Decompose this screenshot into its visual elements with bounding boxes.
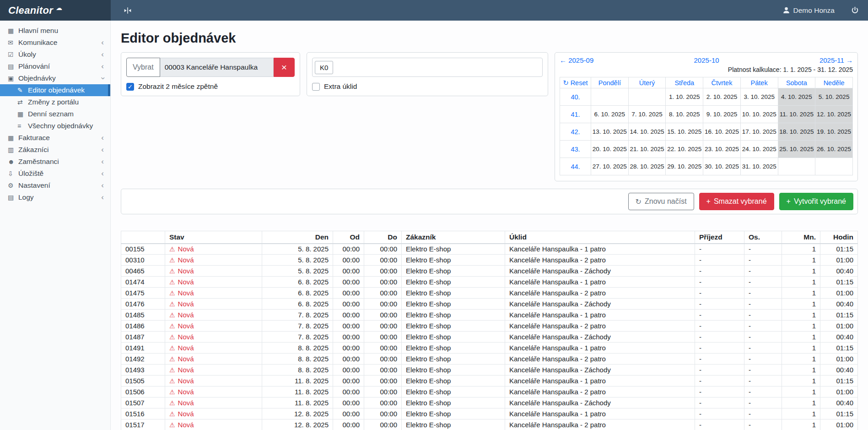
order-row[interactable]: 01517⚠Nová12. 8. 202500:0000:00Elektro E… bbox=[121, 419, 858, 430]
calendar-day-header[interactable]: Úterý bbox=[628, 77, 666, 88]
sidebar-collapse-button[interactable] bbox=[124, 6, 132, 15]
sidebar-item-denni-seznam[interactable]: ▦Denní seznam bbox=[0, 108, 110, 120]
sidebar-item-hlavni-menu[interactable]: ▦Hlavní menu bbox=[0, 25, 110, 37]
delete-selected-button[interactable]: +Smazat vybrané bbox=[699, 193, 774, 210]
orders-header-od[interactable]: Od bbox=[333, 231, 364, 244]
calendar-day-cell[interactable]: 19. 10. 2025 bbox=[815, 123, 853, 141]
order-row[interactable]: 01475⚠Nová6. 8. 202500:0000:00Elektro E-… bbox=[121, 288, 858, 299]
orders-header-hodin[interactable]: Hodin bbox=[820, 231, 858, 244]
vybrat-button[interactable]: Vybrat bbox=[126, 58, 160, 77]
sidebar-item-fakturace[interactable]: ▦Fakturace‹ bbox=[0, 132, 110, 144]
calendar-day-cell[interactable]: 4. 10. 2025 bbox=[778, 88, 815, 106]
calendar-day-cell[interactable]: 21. 10. 2025 bbox=[628, 141, 666, 158]
calendar-day-cell[interactable]: 27. 10. 2025 bbox=[591, 158, 629, 175]
calendar-day-cell[interactable]: 15. 10. 2025 bbox=[666, 123, 703, 141]
week-number-link[interactable]: 44. bbox=[560, 158, 591, 175]
calendar-day-header[interactable]: Pondělí bbox=[591, 77, 629, 88]
sidebar-item-zamestnanci[interactable]: ☻Zaměstnanci‹ bbox=[0, 156, 110, 168]
order-row[interactable]: 01493⚠Nová8. 8. 202500:0000:00Elektro E-… bbox=[121, 365, 858, 376]
order-row[interactable]: 01474⚠Nová6. 8. 202500:0000:00Elektro E-… bbox=[121, 277, 858, 288]
orders-header-stav[interactable]: Stav bbox=[165, 231, 262, 244]
calendar-day-cell[interactable]: 18. 10. 2025 bbox=[778, 123, 815, 141]
order-row[interactable]: 00310⚠Nová5. 8. 202500:0000:00Elektro E-… bbox=[121, 255, 858, 266]
create-selected-button[interactable]: +Vytvořit vybrané bbox=[779, 193, 853, 210]
calendar-day-cell[interactable]: 5. 10. 2025 bbox=[815, 88, 853, 106]
order-row[interactable]: 01491⚠Nová8. 8. 202500:0000:00Elektro E-… bbox=[121, 343, 858, 354]
calendar-day-cell[interactable]: 17. 10. 2025 bbox=[740, 123, 778, 141]
order-row[interactable]: 01476⚠Nová6. 8. 202500:0000:00Elektro E-… bbox=[121, 299, 858, 310]
logout-button[interactable] bbox=[851, 6, 859, 14]
calendar-day-header[interactable]: Čtvrtek bbox=[703, 77, 741, 88]
calendar-day-cell[interactable]: 1. 10. 2025 bbox=[666, 88, 703, 106]
calendar-day-cell[interactable]: 30. 10. 2025 bbox=[703, 158, 741, 175]
calendar-day-cell[interactable]: 24. 10. 2025 bbox=[740, 141, 778, 158]
sidebar-item-uloziste[interactable]: ⇩Úložiště‹ bbox=[0, 168, 110, 180]
calendar-day-cell[interactable]: 10. 10. 2025 bbox=[740, 106, 778, 123]
calendar-day-cell[interactable]: 11. 10. 2025 bbox=[778, 106, 815, 123]
order-row[interactable]: 01505⚠Nová11. 8. 202500:0000:00Elektro E… bbox=[121, 376, 858, 386]
sidebar-item-editor-objednavek[interactable]: ✎Editor objednávek bbox=[0, 84, 110, 96]
sidebar-item-objednavky[interactable]: ▣Objednávky‹ bbox=[0, 72, 110, 84]
orders-header-id[interactable] bbox=[121, 231, 165, 244]
sidebar-item-zmeny-z-portalu[interactable]: ⇄Změny z portálu bbox=[0, 96, 110, 108]
calendar-day-cell[interactable]: 13. 10. 2025 bbox=[591, 123, 629, 141]
order-row[interactable]: 01492⚠Nová8. 8. 202500:0000:00Elektro E-… bbox=[121, 354, 858, 365]
calendar-prev-month-link[interactable]: ← 2025-09 bbox=[560, 56, 593, 65]
sidebar-item-komunikace[interactable]: ✉Komunikace‹ bbox=[0, 37, 110, 49]
order-row[interactable]: 01506⚠Nová11. 8. 202500:0000:00Elektro E… bbox=[121, 386, 858, 397]
user-menu[interactable]: Demo Honza bbox=[782, 6, 835, 15]
show-2-months-checkbox[interactable] bbox=[126, 83, 134, 91]
calendar-day-cell[interactable]: 14. 10. 2025 bbox=[628, 123, 666, 141]
sidebar-item-zakaznici[interactable]: ▥Zákazníci‹ bbox=[0, 144, 110, 156]
order-row[interactable]: 00465⚠Nová5. 8. 202500:0000:00Elektro E-… bbox=[121, 266, 858, 277]
order-row[interactable]: 01507⚠Nová11. 8. 202500:0000:00Elektro E… bbox=[121, 397, 858, 408]
calendar-day-cell[interactable]: 12. 10. 2025 bbox=[815, 106, 853, 123]
calendar-day-cell[interactable]: 8. 10. 2025 bbox=[666, 106, 703, 123]
week-number-link[interactable]: 40. bbox=[560, 88, 591, 106]
calendar-day-cell[interactable]: 6. 10. 2025 bbox=[591, 106, 629, 123]
calendar-day-cell[interactable]: 28. 10. 2025 bbox=[628, 158, 666, 175]
order-row[interactable]: 01486⚠Nová7. 8. 202500:0000:00Elektro E-… bbox=[121, 321, 858, 332]
order-row[interactable]: 00155⚠Nová5. 8. 202500:0000:00Elektro E-… bbox=[121, 244, 858, 255]
calendar-day-cell[interactable]: 23. 10. 2025 bbox=[703, 141, 741, 158]
sidebar-item-ukoly[interactable]: ☑Úkoly‹ bbox=[0, 49, 110, 60]
orders-header-uklid[interactable]: Úklid bbox=[505, 231, 695, 244]
calendar-day-cell[interactable]: 29. 10. 2025 bbox=[666, 158, 703, 175]
k0-tag[interactable]: K0 bbox=[315, 61, 333, 74]
orders-header-prijezd[interactable]: Příjezd bbox=[695, 231, 744, 244]
week-number-link[interactable]: 43. bbox=[560, 141, 591, 158]
sidebar-item-planovani[interactable]: ▤Plánování‹ bbox=[0, 60, 110, 72]
orders-header-den[interactable]: Den bbox=[262, 231, 333, 244]
calendar-day-cell[interactable]: 20. 10. 2025 bbox=[591, 141, 629, 158]
calendar-day-cell[interactable]: 31. 10. 2025 bbox=[740, 158, 778, 175]
calendar-current-month-link[interactable]: 2025-10 bbox=[694, 56, 719, 65]
calendar-day-cell[interactable]: 2. 10. 2025 bbox=[703, 88, 741, 106]
calendar-day-cell[interactable]: 16. 10. 2025 bbox=[703, 123, 741, 141]
calendar-day-cell[interactable]: 22. 10. 2025 bbox=[666, 141, 703, 158]
calendar-day-cell[interactable]: 26. 10. 2025 bbox=[815, 141, 853, 158]
extra-uklid-checkbox[interactable] bbox=[312, 83, 320, 91]
sidebar-item-vsechny-objednavky[interactable]: ≡Všechny objednávky bbox=[0, 120, 110, 132]
orders-header-zakaznik[interactable]: Zákazník bbox=[402, 231, 505, 244]
calendar-day-header[interactable]: Neděle bbox=[815, 77, 853, 88]
calendar-day-cell[interactable]: 7. 10. 2025 bbox=[628, 106, 666, 123]
calendar-reset-button[interactable]: ↻ Reset bbox=[560, 77, 591, 88]
calendar-day-cell[interactable]: 25. 10. 2025 bbox=[778, 141, 815, 158]
calendar-day-header[interactable]: Sobota bbox=[778, 77, 815, 88]
week-number-link[interactable]: 41. bbox=[560, 106, 591, 123]
sidebar-item-logy[interactable]: ▤Logy‹ bbox=[0, 191, 110, 203]
calendar-day-header[interactable]: Středa bbox=[666, 77, 703, 88]
orders-header-do[interactable]: Do bbox=[364, 231, 402, 244]
reload-button[interactable]: ↻Znovu načíst bbox=[628, 193, 694, 210]
orders-header-mn[interactable]: Mn. bbox=[782, 231, 820, 244]
clear-selection-button[interactable]: × bbox=[274, 58, 295, 77]
calendar-day-cell[interactable]: 3. 10. 2025 bbox=[740, 88, 778, 106]
order-row[interactable]: 01487⚠Nová7. 8. 202500:0000:00Elektro E-… bbox=[121, 332, 858, 343]
sidebar-item-nastaveni[interactable]: ⚙Nastavení‹ bbox=[0, 180, 110, 191]
selected-customer-input[interactable] bbox=[160, 58, 274, 77]
calendar-day-header[interactable]: Pátek bbox=[740, 77, 778, 88]
week-number-link[interactable]: 42. bbox=[560, 123, 591, 141]
calendar-day-cell[interactable]: 9. 10. 2025 bbox=[703, 106, 741, 123]
orders-header-os[interactable]: Os. bbox=[744, 231, 782, 244]
order-row[interactable]: 01485⚠Nová7. 8. 202500:0000:00Elektro E-… bbox=[121, 310, 858, 321]
